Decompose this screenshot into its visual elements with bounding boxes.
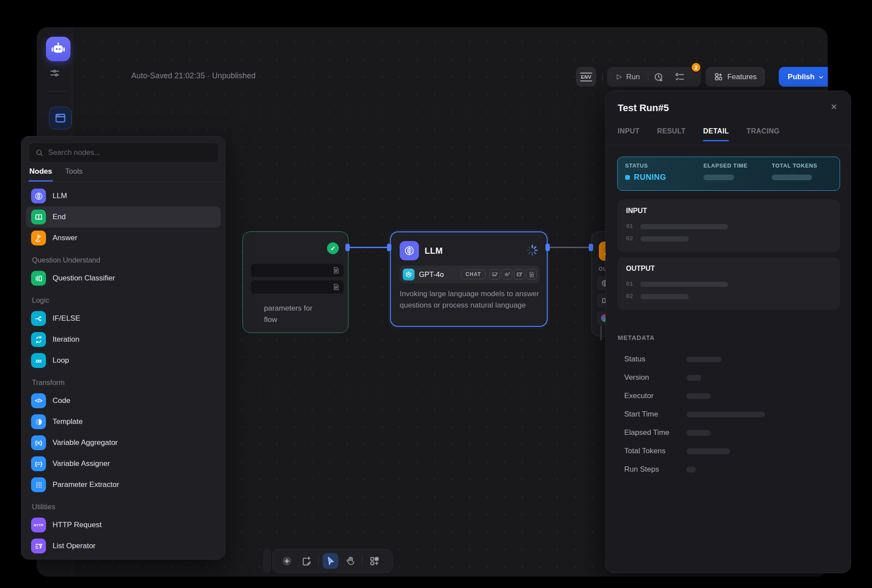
workflow-panel-button[interactable]: [49, 107, 72, 130]
features-icon: [714, 72, 723, 81]
tab-input[interactable]: INPUT: [618, 127, 640, 141]
search-icon: [35, 148, 44, 157]
checklist-count-badge: 2: [691, 62, 701, 73]
palette-section-label: Transform: [26, 371, 221, 390]
group-separator: [648, 73, 648, 81]
autosave-status: Auto-Saved 21:02:35 · Unpublished: [131, 71, 256, 80]
palette-node-item[interactable]: Answer: [26, 228, 221, 248]
tabs-divider: [606, 145, 851, 145]
tab-result[interactable]: RESULT: [657, 127, 686, 141]
metadata-row: Run Steps: [606, 460, 851, 479]
pointer-tool-button[interactable]: [323, 553, 338, 569]
hand-tool-button[interactable]: [342, 553, 358, 569]
palette-node-item[interactable]: HTTP HTTP Request: [26, 514, 221, 536]
status-dot-icon: [625, 175, 630, 180]
start-field-row[interactable]: [251, 264, 344, 277]
palette-node-item[interactable]: </> Code: [26, 390, 221, 411]
robot-icon: [51, 42, 66, 56]
audio-capability-icon: [502, 269, 512, 280]
llm-input-port[interactable]: [387, 244, 391, 251]
run-button[interactable]: ▷ Run: [607, 67, 648, 87]
status-card: STATUS RUNING ELAPSED TIME TOTAL TOKENS: [617, 157, 840, 191]
end-input-port[interactable]: [589, 244, 593, 251]
llm-node-description: Invoking large language models to answer…: [400, 288, 541, 311]
app-logo-button[interactable]: [46, 37, 70, 61]
field-doc-icon: [332, 283, 340, 291]
search-input[interactable]: [48, 148, 212, 157]
vision-capability-icon: [489, 269, 500, 280]
tab-tools[interactable]: Tools: [65, 167, 83, 181]
dots-grid-icon: [31, 477, 46, 492]
model-name: GPT-4o: [419, 270, 461, 279]
skeleton-bar: [686, 375, 701, 381]
close-icon[interactable]: ×: [828, 101, 840, 113]
palette-node-item[interactable]: Question Classifier: [26, 268, 221, 289]
panel-resize-handle[interactable]: [600, 326, 602, 340]
flag-icon: [31, 231, 46, 245]
running-spinner-icon: [526, 244, 539, 257]
auto-layout-button[interactable]: [366, 553, 382, 569]
branch-icon: [31, 311, 46, 326]
input-label: INPUT: [626, 207, 647, 215]
video-capability-icon: [514, 269, 524, 280]
add-note-button[interactable]: [299, 553, 314, 569]
palette-node-item[interactable]: Template: [26, 411, 221, 432]
toolbar-separator: [318, 556, 319, 566]
timer-icon[interactable]: [654, 72, 664, 82]
edge-llm-to-end: [550, 247, 592, 248]
input-card: INPUT 01 02: [617, 200, 840, 252]
elapsed-time-label: ELAPSED TIME: [703, 163, 748, 169]
palette-node-item[interactable]: {=} Variable Assigner: [26, 453, 221, 474]
classifier-icon: [31, 271, 46, 286]
topbar-separator: [602, 73, 603, 80]
skeleton-bar: [772, 175, 812, 180]
llm-node[interactable]: LLM GPT-4o CHAT Invoking large langu: [390, 231, 548, 327]
start-field-row[interactable]: [251, 280, 344, 294]
end-icon: [31, 210, 46, 224]
skeleton-bar: [686, 357, 721, 362]
add-node-button[interactable]: [279, 553, 295, 569]
palette-section-label: Question Understand: [26, 248, 221, 268]
llm-node-icon-box: [400, 241, 419, 260]
preferences-icon[interactable]: [49, 67, 60, 79]
model-selector[interactable]: GPT-4o CHAT: [400, 266, 540, 283]
palette-node-item[interactable]: LLM: [26, 186, 221, 206]
palette-divider: [21, 182, 225, 182]
start-output-port[interactable]: [345, 244, 350, 251]
features-button[interactable]: Features: [706, 67, 765, 87]
palette-node-item[interactable]: ∞ Loop: [26, 350, 221, 371]
checklist-icon[interactable]: [675, 72, 685, 82]
total-tokens-label: TOTAL TOKENS: [772, 163, 817, 169]
palette-node-item[interactable]: End: [26, 206, 221, 228]
palette-node-item[interactable]: Iteration: [26, 329, 221, 350]
http-icon: HTTP: [31, 518, 46, 532]
metadata-row: Executor: [606, 387, 851, 405]
metadata-row: Start Time: [606, 405, 851, 424]
start-node[interactable]: ✓ parameters for flow: [243, 231, 348, 333]
brain-icon: [31, 189, 46, 203]
node-search[interactable]: [28, 143, 219, 163]
template-icon: [31, 414, 46, 429]
app-root: ✓ parameters for flow LLM: [0, 0, 872, 588]
env-button[interactable]: ENV: [576, 67, 596, 87]
status-label: STATUS: [625, 163, 666, 169]
publish-button[interactable]: Publish: [779, 67, 828, 87]
skeleton-bar: [640, 236, 689, 242]
llm-node-title: LLM: [425, 246, 443, 256]
llm-output-port[interactable]: [545, 244, 550, 251]
tab-nodes[interactable]: Nodes: [29, 167, 52, 181]
zoom-toolbar-stub: [264, 549, 271, 573]
palette-node-item[interactable]: List Operator: [26, 536, 221, 556]
skeleton-bar: [686, 467, 696, 472]
canvas-toolbar: [272, 549, 393, 573]
brain-icon: [404, 245, 415, 256]
tab-detail[interactable]: DETAIL: [703, 127, 729, 141]
document-capability-icon: [526, 269, 537, 280]
openai-icon: [403, 269, 415, 280]
success-check-icon: ✓: [327, 242, 339, 254]
palette-node-item[interactable]: Parameter Extractor: [26, 474, 221, 495]
tab-tracing[interactable]: TRACING: [746, 127, 780, 141]
palette-node-item[interactable]: IF/ELSE: [26, 308, 221, 329]
node-palette: Nodes Tools LLM End Answer: [21, 136, 225, 560]
palette-node-item[interactable]: {x} Variable Aggregator: [26, 432, 221, 453]
